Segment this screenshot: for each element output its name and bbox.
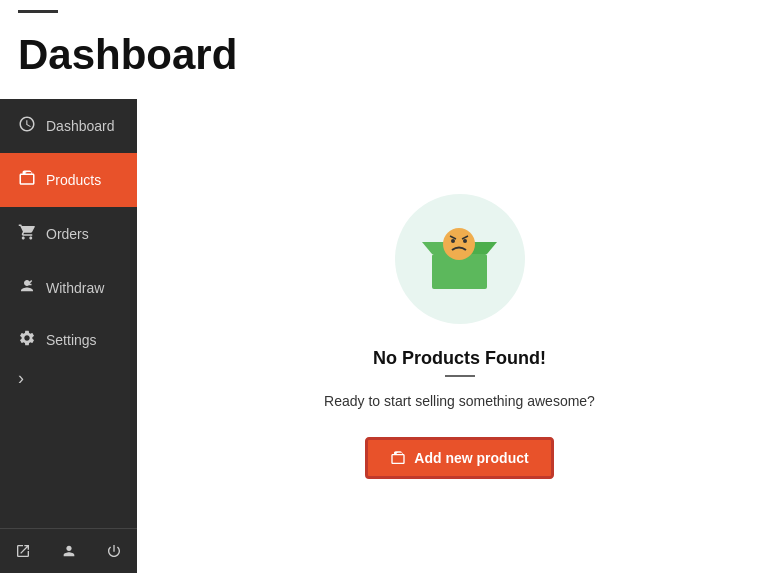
external-link-button[interactable] (0, 529, 46, 573)
svg-point-7 (463, 239, 467, 243)
page-title-area: Dashboard (0, 23, 782, 99)
briefcase-icon (18, 169, 36, 191)
sidebar-settings-label: Settings (46, 332, 97, 348)
sidebar-bottom (0, 528, 137, 573)
sidebar-item-products[interactable]: Products (0, 153, 137, 207)
speedometer-icon (18, 115, 36, 137)
mini-divider (445, 375, 475, 377)
empty-state-subtext: Ready to start selling something awesome… (324, 393, 595, 409)
sidebar-item-withdraw[interactable]: Withdraw (0, 261, 137, 315)
power-button[interactable] (91, 529, 137, 573)
sidebar: Dashboard Products Orders (0, 99, 137, 573)
empty-illustration (395, 194, 525, 324)
person-upload-icon (18, 277, 36, 299)
person-button[interactable] (46, 529, 92, 573)
sidebar-dashboard-label: Dashboard (46, 118, 115, 134)
sidebar-item-dashboard[interactable]: Dashboard (0, 99, 137, 153)
briefcase-btn-icon (390, 450, 406, 466)
sidebar-item-orders[interactable]: Orders (0, 207, 137, 261)
svg-point-5 (443, 228, 475, 260)
svg-point-6 (451, 239, 455, 243)
gear-icon (18, 329, 36, 350)
settings-arrow[interactable]: › (0, 364, 137, 399)
cart-icon (18, 223, 36, 245)
empty-state-heading: No Products Found! (373, 348, 546, 369)
sidebar-orders-label: Orders (46, 226, 89, 242)
sidebar-withdraw-label: Withdraw (46, 280, 104, 296)
main-layout: Dashboard Products Orders (0, 99, 782, 573)
sidebar-item-settings[interactable]: Settings › (0, 315, 137, 399)
sidebar-products-label: Products (46, 172, 101, 188)
add-new-product-button[interactable]: Add new product (365, 437, 553, 479)
empty-box-svg (422, 224, 497, 294)
page-title: Dashboard (18, 31, 764, 79)
sidebar-settings-top[interactable]: Settings (0, 315, 137, 364)
add-product-label: Add new product (414, 450, 528, 466)
main-content: No Products Found! Ready to start sellin… (137, 99, 782, 573)
top-line (18, 10, 58, 13)
